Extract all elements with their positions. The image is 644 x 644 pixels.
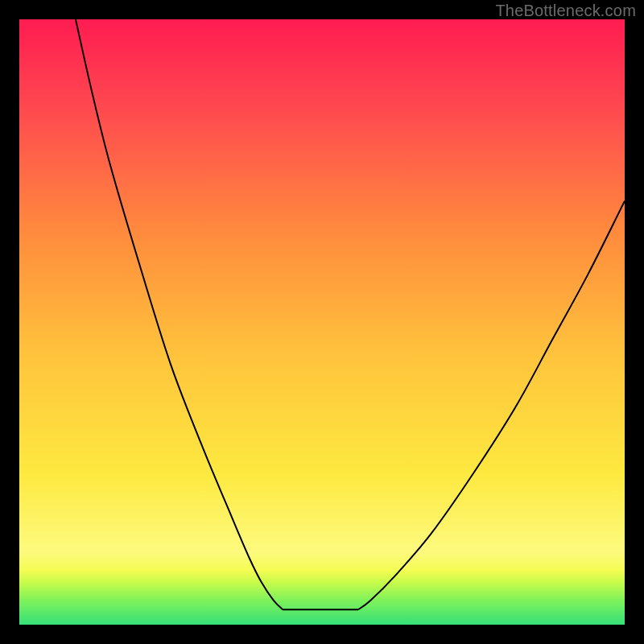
curve-layer <box>19 19 625 625</box>
series-right-branch <box>358 201 625 610</box>
chart-frame: TheBottleneck.com <box>0 0 644 644</box>
valley-markers <box>270 589 358 609</box>
watermark-text: TheBottleneck.com <box>495 2 636 20</box>
series-left-branch <box>76 19 283 609</box>
valley-marker <box>346 597 358 609</box>
plot-area <box>19 19 625 625</box>
